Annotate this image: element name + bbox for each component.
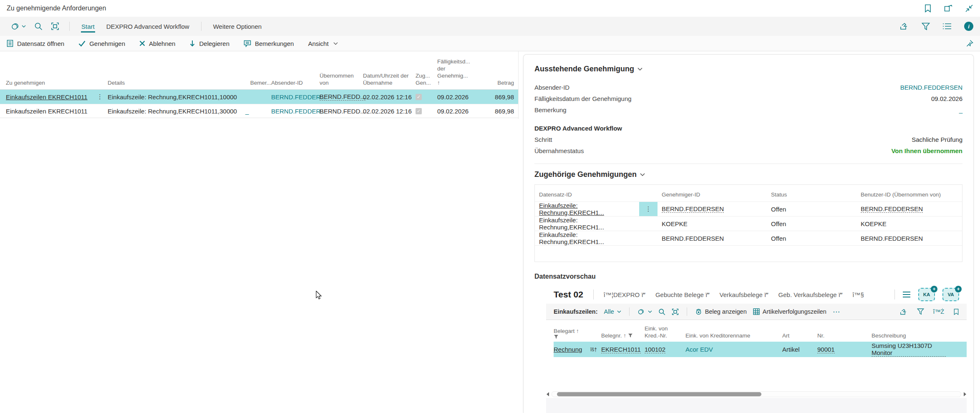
nr-drilldown[interactable]: 90001 bbox=[817, 346, 835, 353]
col-kreditorenname[interactable]: Eink. von Kreditorenname bbox=[685, 322, 782, 342]
more-options-icon[interactable]: ⋯ bbox=[833, 307, 840, 316]
tab-start[interactable]: Start bbox=[81, 18, 95, 35]
col-zug-gen[interactable]: Zug...Gen... bbox=[416, 51, 437, 89]
info-icon[interactable]: i bbox=[964, 22, 973, 31]
record-link[interactable]: Einkaufszeilen EKRECH1011 bbox=[6, 108, 88, 115]
col-datensatz-id[interactable]: Datensatz-ID bbox=[535, 191, 639, 198]
pending-approval-heading[interactable]: Ausstehende Genehmigung bbox=[534, 65, 962, 73]
tab-weitere-optionen[interactable]: Weitere Optionen bbox=[213, 18, 262, 35]
search-button[interactable] bbox=[34, 22, 43, 30]
page-frame-icon bbox=[51, 22, 59, 30]
benutzer-drilldown[interactable]: BERND.FEDDERSEN bbox=[861, 205, 923, 213]
analyze-button[interactable] bbox=[51, 22, 59, 30]
absender-link[interactable]: BERND.FEDDER... bbox=[271, 93, 326, 101]
belegnr-drilldown[interactable]: EKRECH1011 bbox=[601, 346, 641, 353]
uebernommen-drilldown[interactable]: BERND.FEDD... bbox=[320, 93, 365, 101]
scroll-left-icon[interactable] bbox=[546, 392, 549, 396]
table-row[interactable]: Rechnung îš† EKRECH1011 100102 Acor EDV … bbox=[554, 342, 967, 357]
col-status[interactable]: Status bbox=[767, 191, 857, 198]
genehmiger-drilldown[interactable]: BERND.FEDDERSEN bbox=[662, 205, 724, 213]
kreditor-link[interactable]: Acor EDV bbox=[685, 346, 713, 353]
table-row[interactable]: Einkaufszeilen EKRECH1011 ⋮ Einkaufszeil… bbox=[0, 90, 518, 104]
record-link[interactable]: Einkaufszeilen EKRECH1011 bbox=[6, 93, 88, 101]
col-datum-uhrzeit[interactable]: Datum/Uhrzeit derÜbernahme bbox=[363, 51, 416, 89]
share-icon[interactable] bbox=[900, 308, 908, 315]
scrollbar-thumb[interactable] bbox=[557, 392, 761, 396]
absender-link[interactable]: BERND.FEDDER... bbox=[271, 108, 326, 115]
col-faelligkeitsdatum[interactable]: Fälligkeitsd...derGenehmig...↑ bbox=[437, 51, 483, 89]
col-genehmiger-id[interactable]: Genehmiger-ID bbox=[658, 191, 767, 198]
hamburger-menu-icon[interactable] bbox=[902, 292, 911, 297]
col-bemerkung[interactable]: Bemer... bbox=[245, 51, 271, 89]
col-details[interactable]: Details bbox=[108, 51, 245, 89]
col-benutzer-id[interactable]: Benutzer-ID (Übernommen von) bbox=[857, 191, 963, 198]
datensatz-link[interactable]: Einkaufszeile: Rechnung,EKRECH1... bbox=[539, 202, 639, 216]
preview-tab-gebuchte-belege[interactable]: Gebuchte Belege ï‴ bbox=[655, 291, 710, 298]
col-belegart[interactable]: Belegart ↑ bbox=[554, 322, 590, 342]
bemerkung-cell[interactable]: _ bbox=[245, 104, 271, 118]
table-row[interactable]: Einkaufszeile: Rechnung,EKRECH1... KOEPK… bbox=[535, 216, 962, 231]
bemerkung-cell[interactable] bbox=[245, 90, 271, 104]
analyze-icon[interactable] bbox=[672, 308, 679, 315]
beschreibung-drilldown[interactable]: Sumsing U23H1307D Monitor bbox=[872, 342, 946, 357]
share-icon[interactable] bbox=[900, 22, 909, 30]
datensatz-text[interactable]: Einkaufszeile: Rechnung,EKRECH1... bbox=[539, 231, 639, 245]
scroll-right-icon[interactable] bbox=[963, 392, 967, 396]
related-approvals-heading[interactable]: Zugehörige Genehmigungen bbox=[534, 170, 962, 179]
col-absender-id[interactable]: Absender-ID bbox=[271, 51, 320, 89]
horizontal-scrollbar[interactable] bbox=[546, 391, 967, 397]
badge-va[interactable]: VA + bbox=[942, 288, 959, 301]
col-uebernommen-von[interactable]: Übernommenvon bbox=[320, 51, 363, 89]
col-belegnr[interactable]: Belegnr. ↑ bbox=[601, 322, 645, 342]
record-menu-button[interactable] bbox=[637, 308, 652, 315]
status-label: Übernahmestatus bbox=[534, 147, 584, 154]
col-eink-kred-nr[interactable]: Eink. vonKred.-Nr. bbox=[645, 322, 685, 342]
belegart-link[interactable]: Rechnung bbox=[554, 346, 582, 353]
kred-nr-drilldown[interactable]: 100102 bbox=[645, 346, 665, 353]
uebernommen-text[interactable]: BERND.FEDD... bbox=[320, 108, 365, 115]
col-art[interactable]: Art bbox=[782, 322, 817, 342]
preview-tab-geb-verkaufsbelege[interactable]: Geb. Verkaufsbelege ï‴ bbox=[778, 291, 843, 298]
list-view-icon[interactable] bbox=[942, 23, 952, 30]
pin-icon[interactable] bbox=[966, 40, 973, 47]
preview-tab-dexpro[interactable]: î™¦DEXPRO ï‴ bbox=[604, 291, 645, 298]
filter-icon[interactable] bbox=[922, 23, 930, 30]
record-menu-button[interactable] bbox=[11, 22, 26, 31]
filter-icon[interactable] bbox=[554, 335, 590, 339]
preview-tab-overflow-glyph[interactable]: î™§ bbox=[852, 291, 864, 298]
col-betrag[interactable]: Betrag bbox=[483, 51, 514, 89]
tab-dexpro-advanced-workflow[interactable]: DEXPRO Advanced Workflow bbox=[106, 18, 190, 35]
collapse-icon[interactable] bbox=[965, 4, 973, 13]
scrollbar-track[interactable] bbox=[552, 391, 961, 397]
open-in-new-window-icon[interactable] bbox=[944, 5, 952, 12]
absender-value-link[interactable]: BERND.FEDDERSEN bbox=[900, 84, 962, 91]
filter-all-dropdown[interactable]: Alle bbox=[604, 308, 621, 315]
badge-ka[interactable]: KA + bbox=[918, 288, 935, 301]
open-record-button[interactable]: Datensatz öffnen bbox=[7, 40, 64, 47]
table-row[interactable]: Einkaufszeile: Rechnung,EKRECH1... BERND… bbox=[535, 231, 962, 245]
col-nr[interactable]: Nr. bbox=[817, 322, 872, 342]
approve-button[interactable]: Genehmigen bbox=[78, 40, 125, 47]
delegate-button[interactable]: Delegieren bbox=[189, 40, 229, 47]
view-menu-button[interactable]: Ansicht bbox=[308, 40, 338, 47]
filter-icon[interactable] bbox=[628, 333, 633, 338]
glyph-icon[interactable]: î™Ż bbox=[933, 308, 944, 315]
bemerkung-value-link[interactable]: _ bbox=[959, 106, 962, 113]
table-row[interactable]: Einkaufszeile: Rechnung,EKRECH1... ⋮ BER… bbox=[535, 201, 962, 216]
reject-button[interactable]: Ablehnen bbox=[139, 40, 175, 47]
item-tracking-button[interactable]: Artikelverfolgungszeilen bbox=[753, 308, 826, 315]
datensatz-text[interactable]: Einkaufszeile: Rechnung,EKRECH1... bbox=[539, 217, 639, 231]
preview-tab-verkaufsbelege[interactable]: Verkaufsbelege ï‴ bbox=[719, 291, 768, 298]
bookmark-icon[interactable] bbox=[953, 308, 959, 315]
bookmark-icon[interactable] bbox=[924, 4, 932, 13]
col-zu-genehmigen[interactable]: Zu genehmigen bbox=[6, 51, 97, 89]
divider bbox=[593, 290, 594, 300]
filter-icon[interactable] bbox=[917, 308, 924, 315]
table-row[interactable]: Einkaufszeilen EKRECH1011 Einkaufszeile:… bbox=[0, 104, 518, 118]
row-menu-icon[interactable]: ⋮ bbox=[639, 202, 658, 216]
show-document-button[interactable]: Beleg anzeigen bbox=[695, 308, 747, 315]
search-icon[interactable] bbox=[658, 308, 665, 315]
row-menu-icon[interactable]: ⋮ bbox=[97, 90, 108, 104]
col-beschreibung[interactable]: Beschreibung bbox=[872, 322, 946, 342]
comments-button[interactable]: Bemerkungen bbox=[244, 40, 294, 47]
